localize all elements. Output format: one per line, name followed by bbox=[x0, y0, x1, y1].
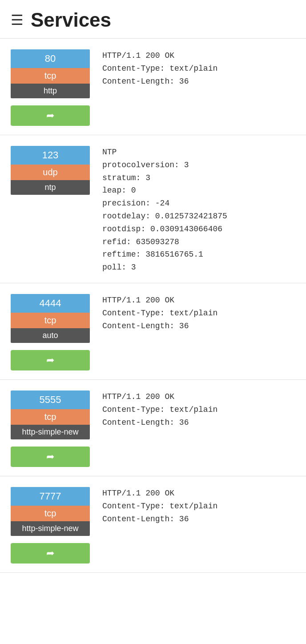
arrow-icon: ➦ bbox=[46, 354, 54, 366]
service-item: 123udpntpNTP protocolversion: 3 stratum:… bbox=[0, 135, 306, 283]
service-response: HTTP/1.1 200 OK Content-Type: text/plain… bbox=[102, 49, 295, 88]
service-badge: 5555tcphttp-simple-new bbox=[11, 390, 90, 439]
service-action-button[interactable]: ➦ bbox=[11, 350, 90, 370]
service-details: HTTP/1.1 200 OK Content-Type: text/plain… bbox=[102, 49, 295, 88]
service-response: HTTP/1.1 200 OK Content-Type: text/plain… bbox=[102, 294, 295, 332]
badge-wrapper: 80tcphttp➦ bbox=[11, 49, 90, 126]
service-name: http-simple-new bbox=[11, 521, 90, 536]
service-badge: 80tcphttp bbox=[11, 49, 90, 98]
service-protocol: tcp bbox=[11, 313, 90, 328]
service-port: 7777 bbox=[11, 487, 90, 506]
service-badge: 4444tcpauto bbox=[11, 294, 90, 343]
page-title: Services bbox=[31, 9, 111, 31]
service-port: 4444 bbox=[11, 294, 90, 313]
arrow-icon: ➦ bbox=[46, 547, 54, 559]
page-header: ☰ Services bbox=[0, 0, 306, 39]
service-details: HTTP/1.1 200 OK Content-Type: text/plain… bbox=[102, 487, 295, 525]
service-details: NTP protocolversion: 3 stratum: 3 leap: … bbox=[102, 146, 295, 274]
service-protocol: udp bbox=[11, 165, 90, 180]
service-name: auto bbox=[11, 328, 90, 343]
service-port: 123 bbox=[11, 146, 90, 165]
badge-wrapper: 5555tcphttp-simple-new➦ bbox=[11, 390, 90, 467]
service-port: 80 bbox=[11, 49, 90, 68]
arrow-icon: ➦ bbox=[46, 110, 54, 121]
badge-wrapper: 7777tcphttp-simple-new➦ bbox=[11, 487, 90, 564]
service-name: http bbox=[11, 84, 90, 98]
service-badge: 123udpntp bbox=[11, 146, 90, 195]
services-icon: ☰ bbox=[11, 12, 24, 28]
service-action-button[interactable]: ➦ bbox=[11, 447, 90, 467]
service-name: http-simple-new bbox=[11, 425, 90, 439]
service-response: HTTP/1.1 200 OK Content-Type: text/plain… bbox=[102, 390, 295, 429]
service-name: ntp bbox=[11, 180, 90, 195]
service-item: 7777tcphttp-simple-new➦HTTP/1.1 200 OK C… bbox=[0, 476, 306, 573]
arrow-icon: ➦ bbox=[46, 451, 54, 463]
service-action-button[interactable]: ➦ bbox=[11, 105, 90, 126]
service-item: 80tcphttp➦HTTP/1.1 200 OK Content-Type: … bbox=[0, 39, 306, 135]
service-response: NTP protocolversion: 3 stratum: 3 leap: … bbox=[102, 146, 295, 274]
service-item: 5555tcphttp-simple-new➦HTTP/1.1 200 OK C… bbox=[0, 380, 306, 476]
service-port: 5555 bbox=[11, 390, 90, 409]
service-response: HTTP/1.1 200 OK Content-Type: text/plain… bbox=[102, 487, 295, 525]
service-protocol: tcp bbox=[11, 68, 90, 84]
service-details: HTTP/1.1 200 OK Content-Type: text/plain… bbox=[102, 390, 295, 429]
badge-wrapper: 4444tcpauto➦ bbox=[11, 294, 90, 370]
service-badge: 7777tcphttp-simple-new bbox=[11, 487, 90, 536]
service-protocol: tcp bbox=[11, 409, 90, 425]
service-item: 4444tcpauto➦HTTP/1.1 200 OK Content-Type… bbox=[0, 283, 306, 380]
services-list: 80tcphttp➦HTTP/1.1 200 OK Content-Type: … bbox=[0, 39, 306, 573]
service-action-button[interactable]: ➦ bbox=[11, 543, 90, 564]
service-protocol: tcp bbox=[11, 506, 90, 521]
service-details: HTTP/1.1 200 OK Content-Type: text/plain… bbox=[102, 294, 295, 332]
